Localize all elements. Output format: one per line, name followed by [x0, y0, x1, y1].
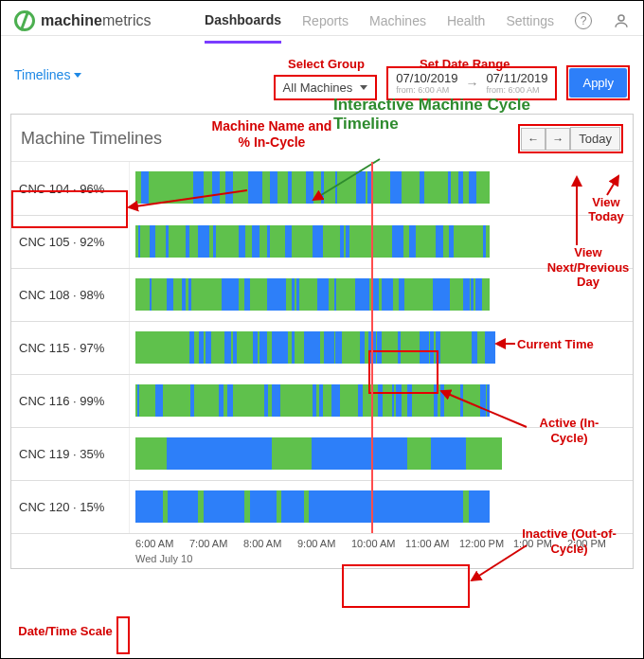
timeline-bar[interactable] [130, 375, 633, 427]
axis-tick: 6:00 AM [135, 538, 189, 549]
annotation-box-scale [116, 616, 130, 654]
brand-text: machinemetrics [41, 12, 151, 29]
tab-settings[interactable]: Settings [506, 13, 554, 28]
axis-tick: 7:00 AM [189, 538, 243, 549]
row-label: CNC 108 · 98% [11, 269, 130, 321]
axis-tick: 11:00 AM [405, 538, 459, 549]
date-from[interactable]: 07/10/2019from: 6:00 AM [396, 72, 457, 95]
user-icon[interactable] [613, 12, 630, 29]
help-icon[interactable]: ? [575, 12, 592, 29]
timeline-rows: CNC 104 · 96%CNC 105 · 92%CNC 108 · 98%C… [11, 162, 633, 533]
chevron-down-icon [74, 73, 81, 78]
axis-tick: 2:00 PM [567, 538, 621, 549]
tab-dashboards[interactable]: Dashboards [205, 12, 281, 44]
annotation-set-date: Set Date Range [420, 57, 510, 71]
top-nav: machinemetrics Dashboards Reports Machin… [1, 1, 643, 36]
date-to[interactable]: 07/11/2019from: 6:00 AM [486, 72, 547, 95]
timelines-dropdown[interactable]: Timelines [14, 67, 81, 82]
timeline-bar[interactable] [130, 322, 633, 374]
svg-point-0 [618, 15, 624, 21]
panel-title: Machine Timelines [21, 129, 162, 149]
time-axis: 6:00 AM7:00 AM8:00 AM9:00 AM10:00 AM11:0… [11, 533, 633, 568]
current-time-indicator [371, 162, 373, 533]
axis-tick: 1:00 PM [513, 538, 567, 549]
row-label: CNC 119 · 35% [11, 428, 130, 480]
timeline-panel: Machine Timelines Machine Name and % In-… [10, 114, 634, 569]
filter-row: Select Group Set Date Range Timelines Al… [1, 42, 643, 108]
axis-tick: 8:00 AM [243, 538, 297, 549]
annotation-scale: Date/Time Scale [18, 624, 113, 639]
timeline-bar[interactable] [130, 269, 633, 321]
tab-health[interactable]: Health [447, 13, 485, 28]
axis-tick: 12:00 PM [459, 538, 513, 549]
row-label: CNC 105 · 92% [11, 216, 130, 268]
annotation-interactive-timeline: Interactive Machine Cycle Timeline [333, 96, 542, 133]
timeline-bar[interactable] [130, 428, 633, 480]
timeline-row: CNC 120 · 15% [11, 480, 633, 533]
timeline-bar[interactable] [130, 481, 633, 533]
brand-logo[interactable]: machinemetrics [14, 10, 151, 31]
row-label: CNC 120 · 15% [11, 481, 130, 533]
annotation-machine-name: Machine Name and % In-Cycle [206, 118, 338, 151]
timeline-bar[interactable] [130, 216, 633, 268]
timeline-row: CNC 104 · 96% [11, 162, 633, 215]
next-day-button[interactable]: → [546, 128, 570, 151]
axis-date-label: Wed July 10 [135, 553, 633, 564]
arrow-right-icon: → [465, 76, 478, 91]
annotation-select-group: Select Group [288, 57, 365, 71]
timeline-row: CNC 108 · 98% [11, 268, 633, 321]
timeline-row: CNC 105 · 92% [11, 215, 633, 268]
today-button[interactable]: Today [570, 127, 620, 151]
timeline-row: CNC 119 · 35% [11, 427, 633, 480]
chevron-down-icon [360, 85, 367, 90]
row-label: CNC 104 · 96% [11, 162, 130, 215]
tab-machines[interactable]: Machines [369, 13, 426, 28]
apply-button[interactable]: Apply [569, 68, 627, 98]
axis-tick: 10:00 AM [351, 538, 405, 549]
timeline-row: CNC 115 · 97% [11, 321, 633, 374]
row-label: CNC 116 · 99% [11, 375, 130, 427]
timeline-row: CNC 116 · 99% [11, 374, 633, 427]
logo-icon [14, 10, 35, 31]
tab-reports[interactable]: Reports [302, 13, 349, 28]
axis-tick: 9:00 AM [297, 538, 351, 549]
timeline-bar[interactable] [130, 162, 633, 215]
row-label: CNC 115 · 97% [11, 322, 130, 374]
annotation-box-inactive-seg [342, 564, 470, 608]
